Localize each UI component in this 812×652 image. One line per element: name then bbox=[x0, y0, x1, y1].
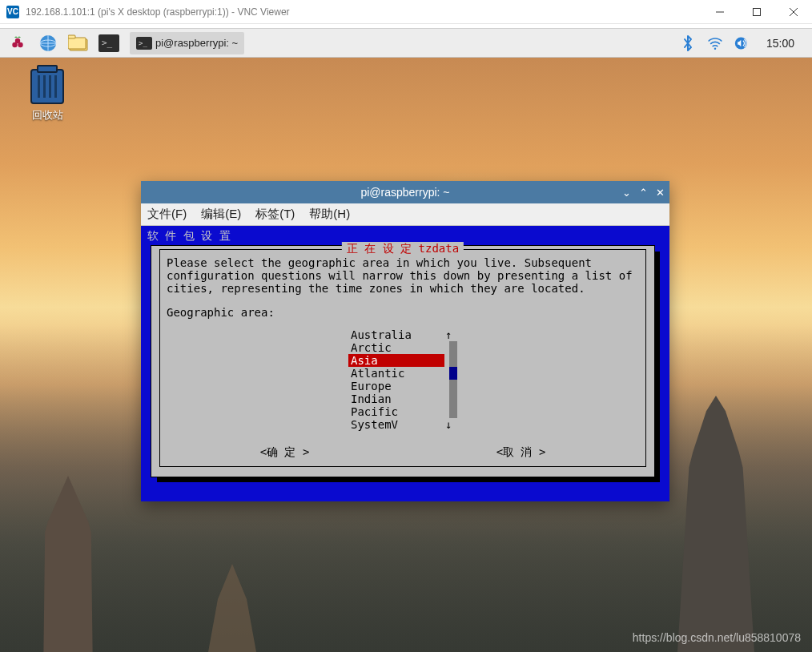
scrollbar-thumb[interactable] bbox=[449, 367, 457, 380]
terminal-close-icon[interactable]: ✕ bbox=[656, 187, 665, 199]
watermark-text: https://blog.csdn.net/lu858810078 bbox=[633, 631, 801, 644]
ok-button[interactable]: <确 定 > bbox=[260, 445, 310, 458]
vnc-icon: VC bbox=[6, 6, 19, 18]
maximize-button[interactable] bbox=[738, 0, 775, 24]
scroll-down-icon[interactable]: ↓ bbox=[444, 418, 452, 431]
windows-titlebar: VC 192.168.1.101:1 (pi's X desktop (rasp… bbox=[0, 0, 812, 24]
svg-rect-12 bbox=[68, 38, 86, 49]
list-item[interactable]: Australia bbox=[348, 328, 444, 341]
svg-point-5 bbox=[12, 42, 17, 46]
cancel-button[interactable]: <取 消 > bbox=[496, 445, 546, 458]
menu-button[interactable] bbox=[3, 31, 32, 55]
svg-point-18 bbox=[714, 47, 717, 49]
dialog-title: 正 在 设 定 tzdata bbox=[342, 242, 464, 255]
panel-clock[interactable]: 15:00 bbox=[762, 37, 799, 50]
terminal-minimize-icon[interactable]: ⌄ bbox=[622, 187, 631, 199]
svg-point-6 bbox=[18, 42, 22, 46]
web-browser-button[interactable] bbox=[34, 31, 62, 55]
svg-rect-13 bbox=[68, 35, 75, 38]
taskbar-item-label: pi@raspberrypi: ~ bbox=[155, 37, 238, 49]
menu-tabs[interactable]: 标签(T) bbox=[255, 207, 295, 222]
trash-label: 回收站 bbox=[19, 108, 75, 123]
menu-file[interactable]: 文件(F) bbox=[147, 207, 187, 222]
svg-rect-1 bbox=[754, 8, 761, 15]
list-item[interactable]: Indian bbox=[348, 392, 444, 405]
geographic-area-list[interactable]: Australia↑ Arctic Asia Atlantic Europe I… bbox=[167, 328, 639, 431]
terminal-menu-bar: 文件(F) 编辑(E) 标签(T) 帮助(H) bbox=[141, 203, 669, 226]
terminal-title-text: pi@raspberrypi: ~ bbox=[360, 186, 449, 199]
terminal-titlebar[interactable]: pi@raspberrypi: ~ ⌄ ⌃ ✕ bbox=[141, 181, 669, 203]
wifi-icon[interactable] bbox=[707, 35, 723, 51]
scrollbar-track[interactable] bbox=[449, 392, 457, 405]
svg-text:>_: >_ bbox=[139, 39, 147, 47]
terminal-launcher-button[interactable]: >_ bbox=[94, 31, 123, 55]
pi-desktop[interactable]: 回收站 pi@raspberrypi: ~ ⌄ ⌃ ✕ 文件(F) 编辑(E) … bbox=[0, 58, 812, 652]
terminal-maximize-icon[interactable]: ⌃ bbox=[639, 187, 648, 199]
menu-help[interactable]: 帮助(H) bbox=[309, 207, 350, 222]
list-item[interactable]: Pacific bbox=[348, 405, 444, 418]
scrollbar-track[interactable] bbox=[449, 380, 457, 392]
dialog-prompt: Geographic area: bbox=[167, 306, 639, 319]
file-manager-button[interactable] bbox=[64, 31, 93, 55]
list-item[interactable]: Europe bbox=[348, 380, 444, 392]
minimize-button[interactable] bbox=[701, 0, 738, 24]
system-tray: 15:00 bbox=[670, 35, 809, 51]
list-item[interactable]: SystemV bbox=[348, 418, 444, 431]
menu-edit[interactable]: 编辑(E) bbox=[201, 207, 241, 222]
scrollbar-track[interactable] bbox=[449, 341, 457, 354]
window-title: 192.168.1.101:1 (pi's X desktop (raspber… bbox=[26, 6, 701, 18]
terminal-body: 软 件 包 设 置 正 在 设 定 tzdata Please select t… bbox=[141, 226, 669, 501]
terminal-window: pi@raspberrypi: ~ ⌄ ⌃ ✕ 文件(F) 编辑(E) 标签(T… bbox=[141, 181, 669, 501]
tzdata-dialog: 正 在 设 定 tzdata Please select the geograp… bbox=[151, 245, 655, 477]
list-item[interactable]: Atlantic bbox=[348, 367, 444, 380]
taskbar-item-terminal[interactable]: >_ pi@raspberrypi: ~ bbox=[130, 32, 244, 54]
trash-icon bbox=[30, 69, 64, 104]
bluetooth-icon[interactable] bbox=[680, 35, 696, 51]
pi-top-panel: >_ >_ pi@raspberrypi: ~ 15:00 bbox=[0, 29, 812, 58]
svg-text:>_: >_ bbox=[102, 38, 113, 48]
scroll-up-icon[interactable]: ↑ bbox=[444, 328, 452, 341]
close-button[interactable] bbox=[775, 0, 812, 24]
list-item-selected[interactable]: Asia bbox=[348, 354, 444, 367]
dialog-body-text: Please select the geographic area in whi… bbox=[167, 256, 639, 295]
scrollbar-track[interactable] bbox=[449, 354, 457, 367]
scrollbar-track[interactable] bbox=[449, 405, 457, 418]
terminal-icon: >_ bbox=[136, 37, 152, 50]
list-item[interactable]: Arctic bbox=[348, 341, 444, 354]
volume-icon[interactable] bbox=[734, 35, 750, 51]
trash-desktop-icon[interactable]: 回收站 bbox=[19, 69, 75, 123]
